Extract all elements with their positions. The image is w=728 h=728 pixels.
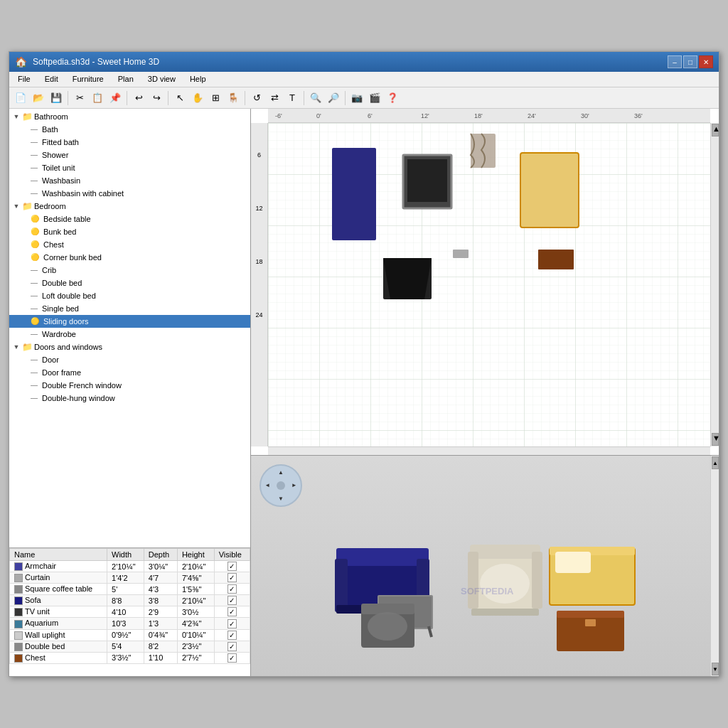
tb-help[interactable]: ❓ xyxy=(384,90,401,107)
tb-add-furniture[interactable]: 🪑 xyxy=(225,90,242,107)
tree-item-doublebed[interactable]: — Double bed xyxy=(9,277,250,289)
maximize-button[interactable]: □ xyxy=(683,55,697,68)
tree-item-wardrobe[interactable]: — Wardrobe xyxy=(9,328,250,341)
menu-edit[interactable]: Edit xyxy=(39,73,64,85)
ruler-mark-12: 12 xyxy=(255,205,262,212)
3d-scrollbar-right[interactable]: ▲ ▼ xyxy=(710,456,719,676)
title-bar: 🏠 Softpedia.sh3d - Sweet Home 3D – □ ✕ xyxy=(9,52,719,72)
tb-copy[interactable]: 📋 xyxy=(89,90,106,107)
table-row[interactable]: Curtain 1'4'2 4'7 7'4⅝" ✓ xyxy=(10,572,250,584)
table-row[interactable]: Chest 3'3½" 1'10 2'7½" ✓ xyxy=(10,652,250,663)
checkbox[interactable]: ✓ xyxy=(228,642,237,651)
tree-item-cornerbunk[interactable]: 🟡 Corner bunk bed xyxy=(9,251,250,264)
tb-new[interactable]: 📄 xyxy=(12,90,29,107)
checkbox[interactable]: ✓ xyxy=(228,573,237,582)
minimize-button[interactable]: – xyxy=(668,55,682,68)
cell-visible[interactable]: ✓ xyxy=(214,572,250,584)
tree-item-doorframe[interactable]: — Door frame xyxy=(9,366,250,379)
cell-height: 2'10¼" xyxy=(177,561,214,572)
svg-rect-24 xyxy=(471,609,539,616)
tree-category-doors[interactable]: ▼ 📁 Doors and windows xyxy=(9,341,250,353)
checkbox[interactable]: ✓ xyxy=(228,607,237,616)
table-row[interactable]: Double bed 5'4 8'2 2'3½" ✓ xyxy=(10,641,250,652)
scrollbar-thumb-top[interactable]: ▲ xyxy=(712,124,719,136)
tb-save[interactable]: 💾 xyxy=(48,90,65,107)
tb-video[interactable]: 🎬 xyxy=(366,90,383,107)
tb-rotate[interactable]: ↺ xyxy=(248,90,265,107)
table-row[interactable]: Wall uplight 0'9½" 0'4¾" 0'10¼" ✓ xyxy=(10,629,250,641)
tree-item-shower[interactable]: — Shower xyxy=(9,149,250,161)
menu-3dview[interactable]: 3D view xyxy=(142,73,181,85)
tree-item-bunkbed[interactable]: 🟡 Bunk bed xyxy=(9,225,250,238)
tb-cut[interactable]: ✂ xyxy=(71,90,88,107)
scrollbar-bottom[interactable] xyxy=(268,446,710,455)
tree-item-washbasin[interactable]: — Washbasin xyxy=(9,174,250,187)
menu-help[interactable]: Help xyxy=(184,73,212,85)
cell-visible[interactable]: ✓ xyxy=(214,561,250,572)
table-row[interactable]: Square coffee table 5' 4'3 1'5⅜" ✓ xyxy=(10,584,250,595)
tree-item-fittedbath[interactable]: — Fitted bath xyxy=(9,136,250,149)
item-icon-doublebed: — xyxy=(31,277,38,289)
color-swatch xyxy=(14,608,23,616)
tree-item-singlebed[interactable]: — Single bed xyxy=(9,302,250,315)
tree-category-bedroom[interactable]: ▼ 📁 Bedroom xyxy=(9,200,250,213)
tb-paste[interactable]: 📌 xyxy=(107,90,124,107)
tb-zoom-in[interactable]: 🔍 xyxy=(307,90,324,107)
cell-visible[interactable]: ✓ xyxy=(214,618,250,629)
menu-furniture[interactable]: Furniture xyxy=(67,73,109,85)
view-3d: ▲ ◄ ► ▼ xyxy=(251,456,719,676)
tree-item-toilet[interactable]: — Toilet unit xyxy=(9,161,250,174)
tb-select[interactable]: ↖ xyxy=(171,90,188,107)
cell-visible[interactable]: ✓ xyxy=(214,652,250,663)
tree-item-slidingdoors[interactable]: 🟡 Sliding doors xyxy=(9,315,250,328)
cell-visible[interactable]: ✓ xyxy=(214,641,250,652)
table-row[interactable]: Aquarium 10'3 1'3 4'2¾" ✓ xyxy=(10,618,250,629)
tree-item-bath[interactable]: — Bath xyxy=(9,123,250,136)
tb-pan[interactable]: ✋ xyxy=(189,90,206,107)
tb-zoom-out[interactable]: 🔎 xyxy=(325,90,342,107)
tree-item-loftdouble[interactable]: — Loft double bed xyxy=(9,289,250,302)
tree-item-crib[interactable]: — Crib xyxy=(9,264,250,277)
checkbox[interactable]: ✓ xyxy=(228,631,237,640)
tb-zoom-area[interactable]: ⊞ xyxy=(207,90,224,107)
item-label-crib: Crib xyxy=(42,264,56,276)
svg-rect-4 xyxy=(407,159,447,202)
table-row[interactable]: Sofa 8'8 3'8 2'10¼" ✓ xyxy=(10,595,250,606)
scrollbar-right[interactable]: ▲ ▼ xyxy=(710,123,719,446)
cell-visible[interactable]: ✓ xyxy=(214,595,250,606)
tb-photo[interactable]: 📷 xyxy=(348,90,365,107)
tree-item-frenchwindow[interactable]: — Double French window xyxy=(9,379,250,392)
tb-redo[interactable]: ↪ xyxy=(148,90,165,107)
item-label-washbasin: Washbasin xyxy=(42,175,80,186)
close-button[interactable]: ✕ xyxy=(699,55,713,68)
tb-text[interactable]: T xyxy=(284,90,301,107)
tree-container[interactable]: ▼ 📁 Bathroom — Bath — Fitted bath xyxy=(9,109,250,547)
tree-item-hungedwindow[interactable]: — Double-hung window xyxy=(9,392,250,405)
table-row[interactable]: TV unit 4'10 2'9 3'0½ ✓ xyxy=(10,606,250,618)
checkbox[interactable]: ✓ xyxy=(228,562,237,571)
tree-item-door[interactable]: — Door xyxy=(9,353,250,366)
cell-visible[interactable]: ✓ xyxy=(214,606,250,618)
checkbox[interactable]: ✓ xyxy=(228,584,237,594)
checkbox[interactable]: ✓ xyxy=(228,653,237,663)
tb-open[interactable]: 📂 xyxy=(30,90,47,107)
item-label-washbasincab: Washbasin with cabinet xyxy=(42,188,124,199)
menu-plan[interactable]: Plan xyxy=(112,73,139,85)
cell-visible[interactable]: ✓ xyxy=(214,584,250,595)
checkbox[interactable]: ✓ xyxy=(228,619,237,628)
tree-item-bedside[interactable]: 🟡 Bedside table xyxy=(9,213,250,225)
tree-category-bathroom[interactable]: ▼ 📁 Bathroom xyxy=(9,110,250,123)
3d-scroll-down[interactable]: ▼ xyxy=(712,663,719,675)
scrollbar-thumb-bottom[interactable]: ▼ xyxy=(712,433,719,446)
tree-item-washbasincab[interactable]: — Washbasin with cabinet xyxy=(9,187,250,200)
tree-item-chest[interactable]: 🟡 Chest xyxy=(9,238,250,251)
menu-file[interactable]: File xyxy=(12,73,36,85)
floor-plan[interactable]: -6' 0' 6' 12' 18' 24' 30' 36' 6 12 18 24 xyxy=(251,109,719,456)
grid-area[interactable] xyxy=(268,123,710,446)
tb-mirror[interactable]: ⇄ xyxy=(266,90,283,107)
3d-scroll-up[interactable]: ▲ xyxy=(712,456,719,469)
checkbox[interactable]: ✓ xyxy=(228,596,237,605)
cell-visible[interactable]: ✓ xyxy=(214,629,250,641)
table-row[interactable]: Armchair 2'10¼" 3'0¼" 2'10¼" ✓ xyxy=(10,561,250,572)
tb-undo[interactable]: ↩ xyxy=(130,90,147,107)
